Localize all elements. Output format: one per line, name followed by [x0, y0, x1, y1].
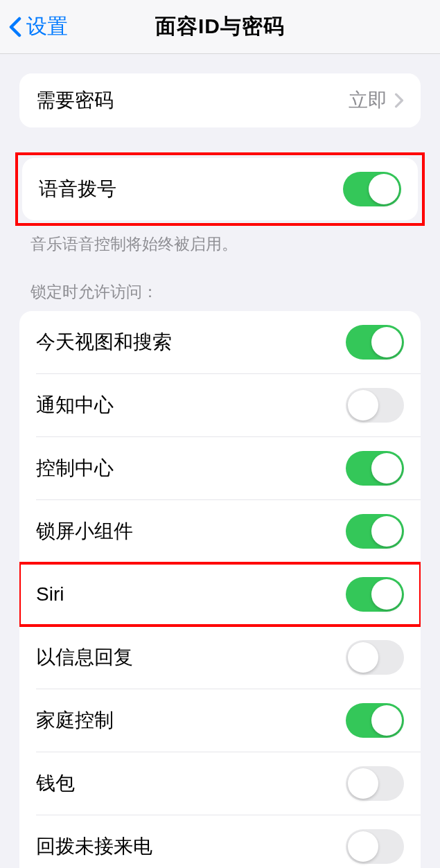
allow-access-label: 钱包 — [36, 770, 75, 797]
allow-access-row[interactable]: 通知中心 — [19, 374, 421, 436]
require-passcode-value: 立即 — [349, 87, 387, 114]
require-passcode-label: 需要密码 — [36, 87, 114, 114]
require-passcode-group: 需要密码 立即 — [19, 73, 421, 127]
allow-access-toggle[interactable] — [346, 577, 404, 612]
allow-access-toggle[interactable] — [346, 514, 404, 549]
allow-access-row[interactable]: Siri — [19, 563, 421, 626]
allow-access-row[interactable]: 锁屏小组件 — [19, 500, 421, 563]
page-title: 面容ID与密码 — [155, 12, 285, 41]
allow-access-row[interactable]: 控制中心 — [19, 437, 421, 499]
allow-access-label: 回拨未接来电 — [36, 833, 152, 860]
allow-access-toggle[interactable] — [346, 703, 404, 738]
allow-access-label: 通知中心 — [36, 392, 114, 418]
allow-access-toggle[interactable] — [346, 640, 404, 675]
allow-access-label: 以信息回复 — [36, 644, 133, 671]
voice-dial-row[interactable]: 语音拨号 — [22, 158, 418, 220]
allow-access-toggle[interactable] — [346, 325, 404, 360]
allow-access-toggle[interactable] — [346, 766, 404, 801]
allow-access-toggle[interactable] — [346, 388, 404, 423]
allow-access-row[interactable]: 今天视图和搜索 — [19, 311, 421, 373]
allow-access-group: 今天视图和搜索通知中心控制中心锁屏小组件Siri以信息回复家庭控制钱包回拨未接来… — [19, 311, 421, 868]
allow-access-toggle[interactable] — [346, 451, 404, 486]
allow-access-header: 锁定时允许访问： — [0, 255, 440, 311]
allow-access-toggle[interactable] — [346, 829, 404, 864]
back-chevron-icon — [8, 17, 22, 37]
allow-access-row[interactable]: 家庭控制 — [19, 689, 421, 752]
voice-dial-footer: 音乐语音控制将始终被启用。 — [0, 223, 440, 255]
voice-dial-group: 语音拨号 — [22, 158, 418, 220]
allow-access-row[interactable]: 回拨未接来电 — [19, 815, 421, 868]
chevron-right-icon — [394, 93, 404, 108]
back-button[interactable]: 设置 — [0, 12, 68, 41]
nav-header: 设置 面容ID与密码 — [0, 0, 440, 54]
allow-access-row[interactable]: 以信息回复 — [19, 626, 421, 689]
voice-dial-label: 语音拨号 — [39, 176, 116, 202]
back-label: 设置 — [26, 12, 68, 41]
allow-access-row[interactable]: 钱包 — [19, 752, 421, 815]
allow-access-label: 控制中心 — [36, 455, 114, 481]
allow-access-label: 家庭控制 — [36, 707, 114, 734]
allow-access-label: Siri — [36, 583, 64, 605]
require-passcode-row[interactable]: 需要密码 立即 — [19, 73, 421, 127]
voice-dial-toggle[interactable] — [343, 172, 401, 206]
allow-access-label: 锁屏小组件 — [36, 518, 133, 544]
highlight-voice-dial: 语音拨号 — [15, 152, 425, 226]
allow-access-label: 今天视图和搜索 — [36, 329, 172, 355]
